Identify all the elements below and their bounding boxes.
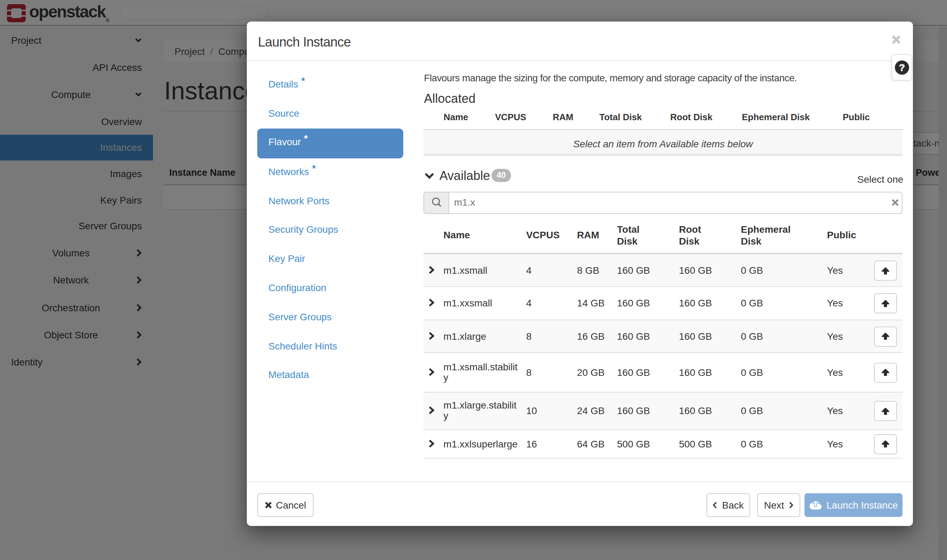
svg-text:?: ? [899,62,905,73]
